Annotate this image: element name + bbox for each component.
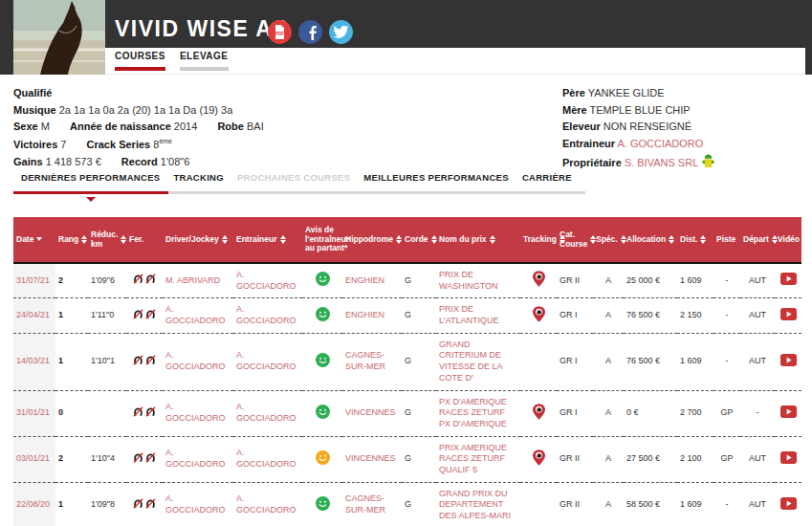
cell-entraineur[interactable]: A. GOCCIADORO <box>233 263 302 298</box>
tab-carri-re[interactable]: CARRIÈRE <box>522 172 572 191</box>
cell-piste: - <box>713 482 740 526</box>
video-play-icon[interactable] <box>775 263 801 298</box>
sort-icon <box>700 235 706 244</box>
tab-derni-res-performances[interactable]: DERNIÈRES PERFORMANCES <box>21 172 160 191</box>
entraineur-link[interactable]: A. GOCCIADORO <box>617 138 703 149</box>
tab-tracking[interactable]: TRACKING <box>173 172 224 191</box>
facebook-icon[interactable] <box>298 20 322 44</box>
table-row: 31/07/2121'09"6M. ABRIVARDA. GOCCIADOROE… <box>13 263 801 298</box>
col-header-fer[interactable]: Fer. <box>126 217 163 263</box>
col-label-fer: Fer. <box>129 235 143 245</box>
tracking-pin-icon[interactable] <box>520 390 557 436</box>
col-header-video[interactable]: Vidéo <box>775 217 801 263</box>
proprietaire-label: Propriétaire <box>562 157 622 168</box>
tab-meilleures-performances[interactable]: MEILLEURES PERFORMANCES <box>363 172 509 191</box>
cell-prix[interactable]: PRIX DE L'ATLANTIQUE <box>436 298 520 333</box>
cell-entraineur[interactable]: A. GOCCIADORO <box>233 482 302 526</box>
col-header-spec[interactable]: Spéc. <box>593 217 624 263</box>
table-header-row: DateRangRéduc. kmFer.Driver/JockeyEntrai… <box>13 217 801 263</box>
col-header-prix[interactable]: Nom du prix <box>436 217 520 263</box>
video-play-icon[interactable] <box>775 390 801 436</box>
cell-entraineur[interactable]: A. GOCCIADORO <box>233 298 302 333</box>
tracking-pin-icon[interactable] <box>520 436 557 482</box>
col-header-hippodrome[interactable]: Hippodrome <box>342 217 402 263</box>
cell-hippodrome[interactable]: VINCENNES <box>342 390 402 436</box>
cell-driver[interactable]: M. ABRIVARD <box>163 263 233 298</box>
video-play-icon[interactable] <box>775 436 801 482</box>
cell-allocation: 25 000 € <box>624 263 677 298</box>
proprietaire-link[interactable]: S. BIVANS SRL <box>625 157 698 168</box>
cell-depart: AUT <box>740 436 775 482</box>
cell-date[interactable]: 22/08/20 <box>13 482 55 526</box>
col-header-avis[interactable]: Avis de l'entraîneur au partant* <box>302 217 342 263</box>
hero-tab-elevage[interactable]: ELEVAGE <box>180 51 229 71</box>
tracking-pin-icon[interactable] <box>520 263 557 298</box>
cell-driver[interactable]: A. GOCCIADORO <box>163 333 233 390</box>
naissance-label: Année de naissance <box>70 121 171 132</box>
col-header-entraineur[interactable]: Entraineur <box>233 217 302 263</box>
cell-date[interactable]: 24/04/21 <box>13 298 55 333</box>
cell-driver[interactable]: A. GOCCIADORO <box>163 390 233 436</box>
col-header-tracking[interactable]: Tracking <box>520 217 557 263</box>
video-play-icon[interactable] <box>775 298 801 333</box>
col-header-driver[interactable]: Driver/Jockey <box>163 217 233 263</box>
tracking-pin-icon[interactable] <box>520 298 557 333</box>
col-header-rang[interactable]: Rang <box>55 217 88 263</box>
video-play-icon[interactable] <box>775 333 801 390</box>
cell-hippodrome[interactable]: ENGHIEN <box>342 263 402 298</box>
col-label-spec: Spéc. <box>596 235 618 245</box>
col-label-avis: Avis de l'entraîneur au partant* <box>305 226 349 253</box>
col-header-depart[interactable]: Départ <box>740 217 775 263</box>
trainer-advice-green-icon <box>302 263 342 298</box>
hero-tabs: COURSESELEVAGE <box>115 51 243 71</box>
horseshoe-unshod-icons <box>126 333 163 390</box>
cell-prix[interactable]: PRIX AMERIQUE RACES ZETURF QUALIF 5 <box>436 436 520 482</box>
cell-date[interactable]: 31/01/21 <box>13 390 55 436</box>
cell-hippodrome[interactable]: CAGNES-SUR-MER <box>342 333 402 390</box>
cell-prix[interactable]: GRAND PRIX DU DEPARTEMENT DES ALPES-MARI <box>436 482 520 526</box>
horseshoe-unshod-icons <box>126 436 163 482</box>
cell-date[interactable]: 14/03/21 <box>13 333 55 390</box>
naissance-value: 2014 <box>174 121 197 132</box>
pere-label: Père <box>562 87 585 99</box>
col-header-corde[interactable]: Corde <box>402 217 436 263</box>
cell-corde: G <box>402 263 436 298</box>
cell-piste: - <box>713 298 740 333</box>
trainer-advice-green-icon <box>302 333 342 390</box>
cell-allocation: 76 500 € <box>624 333 677 390</box>
cell-date[interactable]: 03/01/21 <box>13 436 55 482</box>
sort-icon <box>280 235 286 244</box>
cell-prix[interactable]: PX D'AMERIQUE RACES ZETURF PX D'AMERIQUE <box>436 390 520 436</box>
cell-dist: 2 100 <box>677 436 713 482</box>
cell-entraineur[interactable]: A. GOCCIADORO <box>233 436 302 482</box>
cell-depart: - <box>740 390 775 436</box>
cell-prix[interactable]: PRIX DE WASHINGTON <box>436 263 520 298</box>
cell-hippodrome[interactable]: CAGNES-SUR-MER <box>342 482 402 526</box>
cell-prix[interactable]: GRAND CRITERIUM DE VITESSE DE LA COTE D' <box>436 333 520 390</box>
col-label-date: Date <box>16 235 33 245</box>
cell-entraineur[interactable]: A. GOCCIADORO <box>233 333 302 390</box>
col-header-cat[interactable]: Cat. Course <box>557 217 593 263</box>
horseshoe-unshod-icons <box>126 390 163 436</box>
cell-hippodrome[interactable]: VINCENNES <box>342 436 402 482</box>
cell-hippodrome[interactable]: ENGHIEN <box>342 298 402 333</box>
cell-piste: GP <box>713 390 740 436</box>
video-play-icon[interactable] <box>775 482 801 526</box>
tab-prochaines-courses[interactable]: PROCHAINES COURSES <box>237 172 350 191</box>
col-header-date[interactable]: Date <box>13 217 55 263</box>
cell-dist: 2 700 <box>677 390 713 436</box>
hero-tab-courses[interactable]: COURSES <box>115 51 165 71</box>
cell-date[interactable]: 31/07/21 <box>13 263 55 298</box>
twitter-icon[interactable] <box>329 20 353 44</box>
victoires-value: 7 <box>60 139 66 150</box>
cell-driver[interactable]: A. GOCCIADORO <box>163 482 233 526</box>
col-header-reduc[interactable]: Réduc. km <box>88 217 126 263</box>
cell-driver[interactable]: A. GOCCIADORO <box>163 436 233 482</box>
pdf-icon[interactable]: PDF <box>268 20 292 44</box>
col-header-dist[interactable]: Dist. <box>677 217 713 263</box>
col-header-piste[interactable]: Piste <box>713 217 740 263</box>
col-label-tracking: Tracking <box>523 235 557 245</box>
cell-driver[interactable]: A. GOCCIADORO <box>163 298 233 333</box>
col-header-allocation[interactable]: Allocation <box>624 217 677 263</box>
cell-entraineur[interactable]: A. GOCCIADORO <box>233 390 302 436</box>
